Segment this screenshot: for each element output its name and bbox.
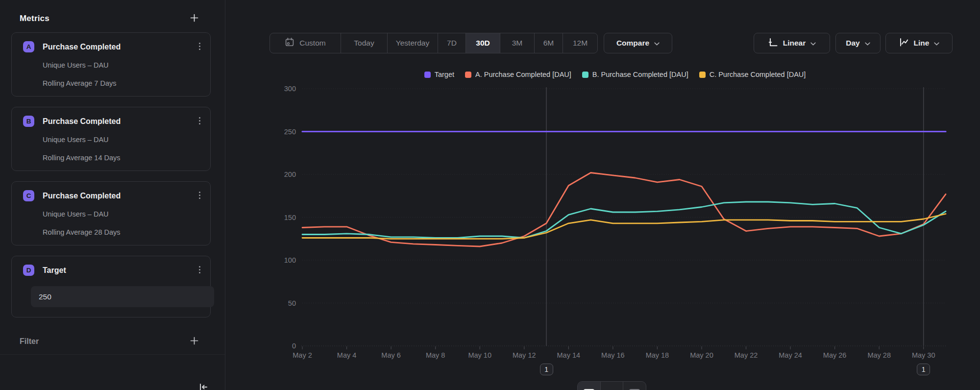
svg-text:May 2: May 2 — [293, 351, 312, 359]
legend-swatch — [582, 72, 588, 78]
chevron-down-icon — [865, 39, 870, 48]
range-label: 30D — [476, 39, 490, 48]
metric-title: Purchase Completed — [43, 192, 121, 200]
svg-text:May 28: May 28 — [867, 351, 891, 359]
legend-item-b[interactable]: B. Purchase Completed [DAU] — [582, 71, 688, 78]
collapse-sidebar-button[interactable] — [197, 381, 210, 390]
kebab-menu-icon[interactable] — [196, 41, 203, 52]
chart-type-dropdown-button[interactable]: Line — [885, 33, 953, 53]
chart-legend: Target A. Purchase Completed [DAU] B. Pu… — [274, 71, 956, 78]
plus-icon — [190, 337, 198, 346]
svg-text:May 16: May 16 — [601, 351, 625, 359]
svg-text:May 4: May 4 — [337, 351, 357, 359]
interval-dropdown-button[interactable]: Day — [835, 33, 881, 53]
metric-measure: Unique Users – DAU — [43, 61, 201, 69]
legend-item-target[interactable]: Target — [424, 71, 454, 78]
panel-view-split-button[interactable] — [601, 382, 624, 390]
svg-text:200: 200 — [284, 171, 296, 178]
svg-text:May 8: May 8 — [426, 351, 445, 359]
svg-text:May 6: May 6 — [381, 351, 401, 359]
range-label: Today — [354, 39, 374, 48]
add-metric-button[interactable] — [189, 13, 199, 24]
range-label: Yesterday — [396, 39, 429, 48]
annotation-marker-2[interactable]: 1 — [917, 364, 930, 375]
target-value-input[interactable] — [31, 286, 214, 307]
panel-view-table-button[interactable] — [623, 382, 646, 390]
legend-swatch — [424, 72, 431, 78]
range-today-button[interactable]: Today — [341, 33, 388, 53]
metrics-section-title: Metrics — [20, 14, 49, 24]
metric-badge-a: A — [23, 41, 34, 52]
linear-scale-icon — [768, 37, 778, 49]
chart-type-label: Line — [914, 39, 930, 48]
svg-text:May 24: May 24 — [779, 351, 802, 359]
legend-swatch — [465, 72, 471, 78]
metric-card-a[interactable]: A Purchase Completed Unique Users – DAU … — [11, 32, 211, 97]
scale-dropdown-button[interactable]: Linear — [754, 33, 830, 53]
svg-text:250: 250 — [284, 128, 296, 136]
sidebar-divider — [0, 354, 225, 355]
range-yesterday-button[interactable]: Yesterday — [388, 33, 438, 53]
collapse-left-icon — [198, 382, 209, 390]
compare-dropdown-button[interactable]: Compare — [604, 33, 672, 53]
range-custom-button[interactable]: Custom — [270, 33, 341, 53]
metric-transform: Rolling Average 14 Days — [43, 154, 201, 162]
svg-text:May 10: May 10 — [468, 351, 491, 359]
filter-section-title: Filter — [20, 337, 39, 346]
svg-text:May 14: May 14 — [557, 351, 581, 359]
metric-transform: Rolling Average 7 Days — [43, 79, 201, 87]
line-chart-icon — [899, 37, 909, 49]
kebab-menu-icon[interactable] — [196, 115, 203, 126]
panel-view-chart-button[interactable] — [578, 382, 601, 390]
svg-text:50: 50 — [288, 299, 296, 307]
svg-text:May 26: May 26 — [823, 351, 847, 359]
range-7d-button[interactable]: 7D — [438, 33, 466, 53]
metric-measure: Unique Users – DAU — [43, 210, 201, 218]
plus-icon — [190, 14, 198, 24]
kebab-menu-icon[interactable] — [196, 264, 203, 275]
chevron-down-icon — [934, 39, 939, 48]
range-label: 3M — [512, 39, 523, 48]
metric-badge-c: C — [23, 190, 34, 201]
chart-canvas: 050100150200250300May 2May 4May 6May 8Ma… — [274, 83, 956, 377]
svg-text:0: 0 — [292, 342, 296, 350]
legend-item-c[interactable]: C. Purchase Completed [DAU] — [699, 71, 806, 78]
legend-swatch — [699, 72, 706, 78]
metric-title: Purchase Completed — [43, 117, 121, 126]
range-label: 7D — [447, 39, 457, 48]
range-3m-button[interactable]: 3M — [500, 33, 535, 53]
add-filter-button[interactable] — [189, 336, 199, 347]
chevron-down-icon — [654, 39, 660, 48]
compare-label: Compare — [616, 39, 649, 48]
date-range-segmented-control: Custom Today Yesterday 7D 30D 3M 6M 12M — [270, 33, 598, 53]
legend-label: A. Purchase Completed [DAU] — [475, 71, 571, 78]
annotation-marker-1[interactable]: 1 — [540, 364, 553, 375]
svg-text:May 30: May 30 — [912, 351, 935, 359]
svg-text:May 20: May 20 — [690, 351, 713, 359]
panel-view-switcher — [577, 381, 646, 390]
svg-text:May 18: May 18 — [646, 351, 669, 359]
legend-label: B. Purchase Completed [DAU] — [592, 71, 688, 78]
range-6m-button[interactable]: 6M — [535, 33, 563, 53]
metric-card-b[interactable]: B Purchase Completed Unique Users – DAU … — [11, 107, 211, 171]
range-label: 6M — [543, 39, 554, 48]
legend-item-a[interactable]: A. Purchase Completed [DAU] — [465, 71, 571, 78]
target-card[interactable]: D Target — [11, 256, 211, 317]
metric-transform: Rolling Average 28 Days — [43, 228, 201, 236]
metric-measure: Unique Users – DAU — [43, 136, 201, 144]
kebab-menu-icon[interactable] — [196, 190, 203, 201]
metric-title: Purchase Completed — [43, 43, 121, 51]
line-chart: 050100150200250300May 2May 4May 6May 8Ma… — [274, 83, 956, 377]
legend-label: Target — [435, 71, 454, 78]
range-12m-button[interactable]: 12M — [563, 33, 597, 53]
chevron-down-icon — [810, 39, 816, 48]
interval-label: Day — [846, 39, 859, 48]
metric-badge-b: B — [23, 116, 34, 127]
svg-text:100: 100 — [284, 256, 296, 264]
calendar-icon — [285, 37, 294, 49]
svg-text:May 22: May 22 — [735, 351, 758, 359]
svg-text:300: 300 — [284, 85, 296, 93]
metric-card-c[interactable]: C Purchase Completed Unique Users – DAU … — [11, 181, 211, 245]
svg-text:May 12: May 12 — [513, 351, 536, 359]
range-30d-button[interactable]: 30D — [466, 33, 500, 53]
